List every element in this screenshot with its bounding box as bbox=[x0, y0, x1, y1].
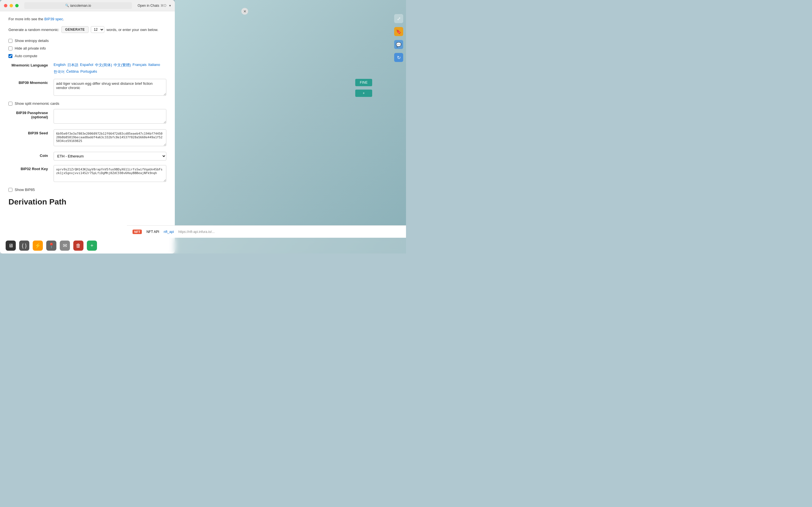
bip39-mnemonic-label: BIP39 Mnemonic bbox=[8, 79, 54, 85]
bip39-seed-field bbox=[54, 129, 166, 147]
coin-select[interactable]: ETH - Ethereum BTC - Bitcoin LTC - Litec… bbox=[54, 152, 166, 161]
lang-french[interactable]: Français bbox=[133, 62, 147, 68]
teal-button-2[interactable]: + bbox=[355, 90, 372, 97]
bip39-seed-label: BIP39 Seed bbox=[8, 129, 54, 135]
bip39-mnemonic-field bbox=[54, 79, 166, 97]
bip39-seed-textarea[interactable] bbox=[54, 129, 166, 146]
coin-label: Coin bbox=[8, 152, 54, 158]
top-info-period: . bbox=[63, 17, 64, 21]
title-bar: 🔍 iancoleman.io Open in Chats ⌘O ▾ bbox=[0, 0, 175, 11]
dock: 🖥 { } ⚡ 📍 ✉ 🗑 + bbox=[0, 238, 406, 253]
nft-api-label: NFT API bbox=[146, 230, 159, 234]
bip39-mnemonic-row: BIP39 Mnemonic bbox=[8, 79, 166, 97]
nft-tab-label[interactable]: nft_api bbox=[164, 230, 174, 234]
generate-label: Generate a random mnemonic: bbox=[8, 27, 59, 32]
bip39-passphrase-label: BIP39 Passphrase (optional) bbox=[8, 109, 54, 119]
bip39-seed-row: BIP39 Seed bbox=[8, 129, 166, 147]
language-links: English 日本語 Español 中文(简体) 中文(繁體) França… bbox=[54, 61, 166, 74]
lang-czech[interactable]: Čeština bbox=[66, 69, 79, 74]
bip39-mnemonic-textarea[interactable] bbox=[54, 79, 166, 96]
lang-english[interactable]: English bbox=[54, 62, 66, 68]
dock-code[interactable]: { } bbox=[19, 240, 29, 251]
generate-button[interactable]: GENERATE bbox=[61, 26, 89, 33]
dock-lightning[interactable]: ⚡ bbox=[33, 240, 43, 251]
top-info-prefix: For more info see the bbox=[8, 17, 44, 21]
bip32-root-key-field bbox=[54, 165, 166, 183]
derivation-path-title: Derivation Path bbox=[8, 198, 166, 207]
dock-finder[interactable]: 🖥 bbox=[6, 240, 16, 251]
bip39-passphrase-field bbox=[54, 109, 166, 125]
lang-italian[interactable]: Italiano bbox=[148, 62, 160, 68]
nft-badge: NFT bbox=[133, 230, 142, 234]
chat-icon[interactable]: 💬 bbox=[394, 40, 403, 49]
nft-url: https://nft-api.infura.io/... bbox=[179, 230, 215, 234]
teal-button-1[interactable]: FINE bbox=[355, 79, 372, 86]
show-entropy-label[interactable]: Show entropy details bbox=[15, 39, 49, 43]
lang-spanish[interactable]: Español bbox=[80, 62, 93, 68]
nft-bar: NFT NFT API nft_api https://nft-api.infu… bbox=[127, 225, 406, 238]
show-split-row: Show split mnemonic cards bbox=[8, 101, 166, 106]
address-bar[interactable]: 🔍 iancoleman.io bbox=[24, 2, 132, 9]
hide-private-checkbox[interactable] bbox=[8, 47, 12, 50]
dock-location[interactable]: 📍 bbox=[46, 240, 56, 251]
dock-trash[interactable]: 🗑 bbox=[73, 240, 84, 251]
mnemonic-language-row: Mnemonic Language English 日本語 Español 中文… bbox=[8, 61, 166, 74]
right-side-icons: ⤢ 🔖 💬 ↻ bbox=[394, 14, 403, 62]
bip32-root-key-label: BIP32 Root Key bbox=[8, 165, 54, 171]
lang-korean[interactable]: 한국어 bbox=[54, 69, 64, 74]
minimize-traffic-light[interactable] bbox=[10, 4, 13, 7]
refresh-icon[interactable]: ↻ bbox=[394, 53, 403, 62]
words-count-select[interactable]: 12 3 6 9 15 18 21 24 bbox=[91, 26, 104, 33]
chevron-down-icon[interactable]: ▾ bbox=[169, 4, 171, 8]
coin-row: Coin ETH - Ethereum BTC - Bitcoin LTC - … bbox=[8, 152, 166, 161]
open-in-chats-label: Open in Chats bbox=[138, 4, 159, 8]
right-background bbox=[175, 0, 406, 253]
lang-chinese-simplified[interactable]: 中文(简体) bbox=[95, 62, 112, 68]
coin-field: ETH - Ethereum BTC - Bitcoin LTC - Litec… bbox=[54, 152, 166, 161]
words-suffix: words, or enter your own below. bbox=[107, 27, 158, 32]
show-bip85-label[interactable]: Show BIP85 bbox=[15, 187, 35, 192]
hide-private-label[interactable]: Hide all private info bbox=[15, 46, 46, 50]
lang-portuguese[interactable]: Português bbox=[80, 69, 97, 74]
show-bip85-checkbox[interactable] bbox=[8, 188, 12, 192]
show-bip85-row: Show BIP85 bbox=[8, 187, 166, 192]
close-traffic-light[interactable] bbox=[4, 4, 7, 7]
search-icon: 🔍 bbox=[65, 4, 69, 7]
keyboard-shortcut: ⌘O bbox=[160, 4, 166, 8]
browser-window: 🔍 iancoleman.io Open in Chats ⌘O ▾ For m… bbox=[0, 0, 175, 253]
hide-private-row: Hide all private info bbox=[8, 46, 166, 50]
show-split-checkbox[interactable] bbox=[8, 102, 12, 106]
right-close-button[interactable]: ✕ bbox=[241, 8, 248, 15]
bookmark-icon[interactable]: 🔖 bbox=[394, 27, 403, 36]
bip39-passphrase-textarea[interactable] bbox=[54, 109, 166, 124]
show-split-label[interactable]: Show split mnemonic cards bbox=[15, 101, 59, 106]
dock-add[interactable]: + bbox=[87, 240, 97, 251]
auto-compute-row: Auto compute bbox=[8, 54, 166, 58]
auto-compute-checkbox[interactable] bbox=[8, 54, 12, 58]
right-teal-buttons: FINE + bbox=[355, 79, 372, 98]
mnemonic-language-label: Mnemonic Language bbox=[8, 61, 54, 67]
scale-icon[interactable]: ⤢ bbox=[394, 14, 403, 23]
lang-chinese-traditional[interactable]: 中文(繁體) bbox=[114, 62, 131, 68]
generate-row: Generate a random mnemonic: GENERATE 12 … bbox=[8, 26, 166, 33]
bip32-root-key-row: BIP32 Root Key bbox=[8, 165, 166, 183]
url-text: iancoleman.io bbox=[70, 4, 91, 8]
bip39-spec-link[interactable]: BIP39 spec bbox=[44, 17, 63, 21]
main-content: For more info see the BIP39 spec. Genera… bbox=[0, 11, 175, 253]
bip32-root-key-textarea[interactable] bbox=[54, 165, 166, 182]
dock-mail[interactable]: ✉ bbox=[60, 240, 70, 251]
bip39-passphrase-row: BIP39 Passphrase (optional) bbox=[8, 109, 166, 125]
auto-compute-label[interactable]: Auto compute bbox=[15, 54, 37, 58]
show-entropy-row: Show entropy details bbox=[8, 39, 166, 43]
lang-japanese[interactable]: 日本語 bbox=[67, 62, 79, 68]
show-entropy-checkbox[interactable] bbox=[8, 39, 12, 43]
toolbar-right: Open in Chats ⌘O ▾ bbox=[138, 4, 171, 8]
fullscreen-traffic-light[interactable] bbox=[15, 4, 18, 7]
top-info-text: For more info see the BIP39 spec. bbox=[8, 17, 166, 21]
open-in-chats-button[interactable]: Open in Chats ⌘O bbox=[138, 4, 166, 8]
